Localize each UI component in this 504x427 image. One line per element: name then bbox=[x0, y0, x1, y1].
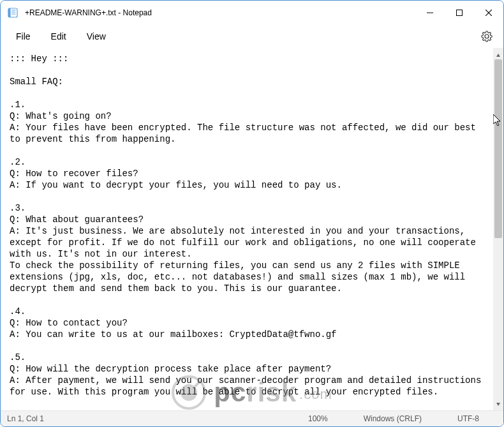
status-encoding: UTF-8 bbox=[440, 414, 497, 423]
scrollbar-thumb[interactable] bbox=[494, 59, 502, 238]
close-button[interactable] bbox=[474, 1, 503, 25]
titlebar[interactable]: +README-WARNING+.txt - Notepad bbox=[1, 1, 503, 25]
svg-rect-6 bbox=[457, 10, 463, 16]
svg-rect-1 bbox=[8, 8, 11, 17]
window-title: +README-WARNING+.txt - Notepad bbox=[25, 8, 152, 17]
content-area: ::: Hey ::: Small FAQ: .1. Q: What's goi… bbox=[1, 48, 503, 410]
maximize-button[interactable] bbox=[445, 1, 474, 25]
status-lineending: Windows (CRLF) bbox=[346, 414, 440, 423]
settings-button[interactable] bbox=[475, 25, 498, 48]
menu-file[interactable]: File bbox=[6, 27, 41, 45]
status-zoom: 100% bbox=[290, 414, 346, 423]
menu-edit[interactable]: Edit bbox=[41, 27, 77, 45]
minimize-icon bbox=[427, 10, 433, 16]
gear-icon bbox=[481, 31, 493, 42]
minimize-button[interactable] bbox=[415, 1, 445, 25]
menubar: File Edit View bbox=[1, 25, 503, 48]
text-editor[interactable]: ::: Hey ::: Small FAQ: .1. Q: What's goi… bbox=[1, 48, 493, 410]
statusbar: Ln 1, Col 1 100% Windows (CRLF) UTF-8 bbox=[1, 410, 503, 426]
svg-marker-9 bbox=[496, 54, 500, 57]
vertical-scrollbar[interactable] bbox=[493, 48, 503, 410]
close-icon bbox=[485, 10, 492, 16]
maximize-icon bbox=[456, 10, 463, 16]
scroll-down-icon[interactable] bbox=[496, 398, 501, 409]
menu-view[interactable]: View bbox=[77, 27, 116, 45]
status-position: Ln 1, Col 1 bbox=[7, 414, 44, 423]
svg-marker-10 bbox=[496, 403, 500, 406]
notepad-icon bbox=[7, 7, 19, 19]
notepad-window: +README-WARNING+.txt - Notepad File Edit… bbox=[0, 0, 504, 427]
